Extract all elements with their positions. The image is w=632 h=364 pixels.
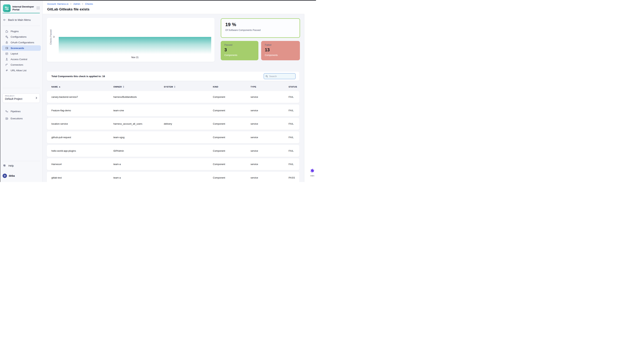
- table-row[interactable]: location-service harness_account_all_use…: [47, 118, 299, 130]
- avatar: D: [3, 174, 7, 178]
- search-input[interactable]: [269, 75, 291, 78]
- help-label: Help: [9, 164, 14, 167]
- play-icon: [5, 117, 9, 120]
- sidebar-item-label: Access Control: [11, 58, 27, 61]
- person-icon: [5, 58, 9, 61]
- chart-y-axis-label: Checks Passed: [50, 26, 52, 48]
- cell-type: service: [250, 163, 288, 166]
- sort-asc-icon: [59, 86, 60, 87]
- svg-text:?: ?: [4, 164, 5, 166]
- sidebar-item-label: URL Allow List: [11, 69, 27, 72]
- project-selector[interactable]: PROJECT Default Project: [3, 94, 40, 103]
- sidebar-item-label: Pipelines: [11, 110, 21, 113]
- breadcrumb-account[interactable]: Account: Harness.io: [47, 2, 68, 5]
- percent-passed-card: 19 % Of Software Components Passed: [221, 18, 300, 38]
- chevron-right-icon: [70, 3, 72, 5]
- cell-type: service: [250, 176, 288, 179]
- chart-y-tick: 3: [52, 36, 55, 38]
- back-arrow-icon: [3, 18, 6, 22]
- sidebar-item-label: Configurations: [11, 36, 27, 38]
- link-icon: [5, 69, 9, 72]
- sidebar: Internal Developer Portal Back to Main M…: [0, 0, 43, 182]
- cell-kind: Component: [213, 136, 250, 139]
- search-box: [264, 73, 295, 79]
- failed-value: 13: [265, 47, 296, 52]
- cell-status: FAIL: [288, 136, 299, 139]
- cell-kind: Component: [213, 163, 250, 166]
- cell-name: hello-world-app-plugins: [51, 150, 113, 152]
- back-to-main-menu[interactable]: Back to Main Menu: [3, 18, 40, 22]
- sidebar-item-label: Executions: [11, 117, 23, 120]
- cell-owner: team-cme: [113, 109, 164, 112]
- window-top-edge: [0, 0, 316, 1]
- user-name: deba: [9, 174, 15, 177]
- cell-status: FAIL: [288, 109, 299, 112]
- chart-area-series: [59, 37, 211, 54]
- help-button[interactable]: ? Help: [3, 163, 40, 168]
- column-header-name[interactable]: NAME: [51, 86, 113, 88]
- cell-status: FAIL: [288, 150, 299, 152]
- sidebar-item-pipelines[interactable]: Pipelines: [2, 108, 41, 115]
- column-header-owner[interactable]: OWNER: [113, 86, 164, 88]
- cell-type: service: [250, 136, 288, 139]
- cell-owner: team-sgsg: [113, 136, 164, 139]
- cell-status: FAIL: [288, 96, 299, 98]
- column-header-status: STATUS: [288, 86, 299, 88]
- aida-button[interactable]: AIDA: [309, 168, 316, 177]
- sort-both-icon: [123, 86, 124, 88]
- cell-owner: harness_account_all_users: [113, 122, 164, 125]
- sidebar-item-connectors[interactable]: Connectors: [2, 62, 41, 68]
- table-row[interactable]: Feature-flag-demo team-cme Component ser…: [47, 104, 299, 116]
- brand-header: Internal Developer Portal: [3, 4, 40, 12]
- table-row[interactable]: gitlab-test team-a Component service PAS…: [47, 172, 299, 182]
- column-label: STATUS: [288, 86, 297, 88]
- sidebar-item-label: Layout: [11, 52, 18, 55]
- cell-status: PASS: [288, 176, 299, 179]
- cell-name: canary-backend-service7: [51, 96, 113, 98]
- layout-icon: [5, 52, 9, 55]
- sidebar-item-oauth-configurations[interactable]: OAuth Configurations: [2, 40, 41, 45]
- project-nav: Pipelines Executions: [2, 108, 41, 122]
- app-grid-icon[interactable]: [37, 6, 40, 10]
- project-name: Default Project: [5, 98, 38, 100]
- sidebar-item-configurations[interactable]: Configurations: [2, 34, 41, 40]
- chevron-right-icon: [82, 3, 84, 5]
- column-label: OWNER: [113, 86, 122, 88]
- sidebar-item-layout[interactable]: Layout: [2, 51, 41, 56]
- sidebar-item-plugins[interactable]: Plugins: [2, 28, 41, 34]
- components-summary-text: Total Components this check is applied t…: [51, 75, 105, 78]
- column-header-type: TYPE: [250, 86, 288, 88]
- table-row[interactable]: github-pull-request team-sgsg Component …: [47, 132, 299, 143]
- cell-name: github-pull-request: [51, 136, 113, 139]
- main-content: Checks Passed 3 Nov 21 19 % Of Software …: [43, 14, 304, 182]
- checks-passed-chart: Checks Passed 3 Nov 21: [47, 18, 214, 62]
- breadcrumb-admin[interactable]: Admin: [73, 2, 80, 5]
- table-row[interactable]: Harness4 team-a Component service FAIL: [47, 158, 299, 170]
- sidebar-divider: [3, 26, 40, 26]
- cell-name: gitlab-test: [51, 176, 113, 179]
- sidebar-item-executions[interactable]: Executions: [2, 115, 41, 122]
- column-header-system[interactable]: SYSTEM: [164, 86, 213, 88]
- page-header: Account: Harness.io Admin Checks GitLab …: [43, 0, 304, 14]
- cell-owner: IDPAdmin: [113, 150, 164, 152]
- sidebar-item-url-allow-list[interactable]: URL Allow List: [2, 68, 41, 73]
- lock-icon: [5, 41, 9, 44]
- column-header-kind: KIND: [213, 86, 250, 88]
- cell-name: Harness4: [51, 163, 113, 166]
- sidebar-item-access-control[interactable]: Access Control: [2, 56, 41, 62]
- passed-value: 3: [224, 47, 255, 52]
- passed-card: Passed 3 Components: [221, 41, 258, 60]
- sidebar-item-scorecards[interactable]: Scorecards: [2, 45, 41, 51]
- failed-caption: Components: [265, 54, 296, 56]
- cell-kind: Component: [213, 150, 250, 152]
- cell-type: service: [250, 96, 288, 98]
- column-label: NAME: [51, 86, 58, 88]
- column-label: KIND: [213, 86, 218, 88]
- breadcrumb-checks[interactable]: Checks: [85, 2, 93, 5]
- table-row[interactable]: hello-world-app-plugins IDPAdmin Compone…: [47, 145, 299, 157]
- idp-logo-icon: [3, 4, 11, 12]
- user-menu[interactable]: D deba: [3, 173, 39, 178]
- passed-caption: Components: [224, 54, 255, 56]
- table-row[interactable]: canary-backend-service7 harness/Buildand…: [47, 91, 299, 103]
- help-chat-icon: ?: [3, 164, 7, 168]
